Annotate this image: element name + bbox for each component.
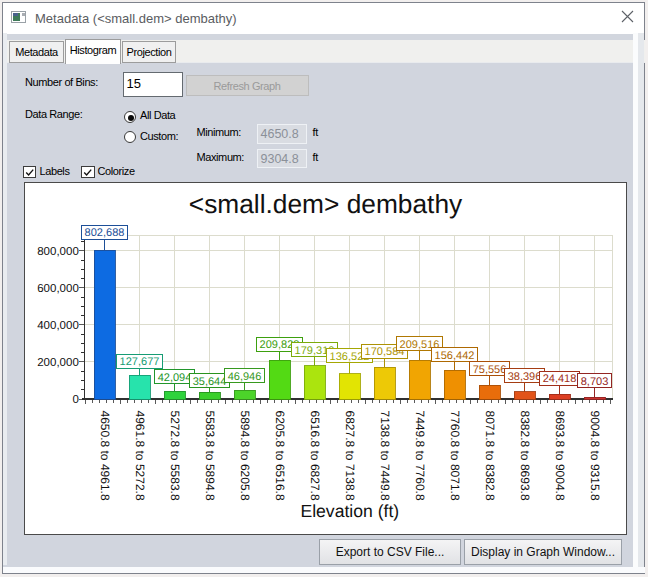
svg-text:8,703: 8,703 <box>581 376 609 388</box>
svg-text:8382.8 to 8693.8: 8382.8 to 8693.8 <box>518 411 532 501</box>
svg-text:0: 0 <box>72 394 78 406</box>
svg-text:600,000: 600,000 <box>37 283 79 295</box>
svg-text:7760.8 to 8071.8: 7760.8 to 8071.8 <box>448 411 462 501</box>
svg-text:400,000: 400,000 <box>37 320 79 332</box>
svg-text:4650.8 to 4961.8: 4650.8 to 4961.8 <box>98 411 112 501</box>
svg-text:42,094: 42,094 <box>158 372 192 384</box>
svg-text:38,396: 38,396 <box>508 371 542 383</box>
svg-text:7138.8 to 7449.8: 7138.8 to 7449.8 <box>378 411 392 501</box>
svg-text:46,946: 46,946 <box>228 371 262 383</box>
svg-text:Elevation (ft): Elevation (ft) <box>300 501 399 521</box>
svg-text:24,418: 24,418 <box>543 373 577 385</box>
svg-text:4961.8 to 5272.8: 4961.8 to 5272.8 <box>133 411 147 501</box>
svg-text:7449.8 to 7760.8: 7449.8 to 7760.8 <box>413 411 427 501</box>
svg-text:35,644: 35,644 <box>193 376 227 388</box>
svg-text:75,556: 75,556 <box>473 364 507 376</box>
svg-text:200,000: 200,000 <box>37 357 79 369</box>
svg-text:5272.8 to 5583.8: 5272.8 to 5583.8 <box>168 411 182 501</box>
svg-text:802,688: 802,688 <box>85 227 125 239</box>
svg-text:9004.8 to 9315.8: 9004.8 to 9315.8 <box>588 411 602 501</box>
svg-text:6205.8 to 6516.8: 6205.8 to 6516.8 <box>273 411 287 501</box>
svg-text:6827.8 to 7138.8: 6827.8 to 7138.8 <box>343 411 357 501</box>
svg-text:800,000: 800,000 <box>37 246 79 258</box>
svg-text:127,677: 127,677 <box>120 356 160 368</box>
svg-text:6516.8 to 6827.8: 6516.8 to 6827.8 <box>308 411 322 501</box>
svg-text:8071.8 to 8382.8: 8071.8 to 8382.8 <box>483 411 497 501</box>
svg-text:<small.dem> dembathy: <small.dem> dembathy <box>189 189 463 219</box>
svg-text:5583.8 to 5894.8: 5583.8 to 5894.8 <box>203 411 217 501</box>
svg-text:5894.8 to 6205.8: 5894.8 to 6205.8 <box>238 411 252 501</box>
svg-text:156,442: 156,442 <box>435 350 475 362</box>
svg-text:8693.8 to 9004.8: 8693.8 to 9004.8 <box>553 411 567 501</box>
